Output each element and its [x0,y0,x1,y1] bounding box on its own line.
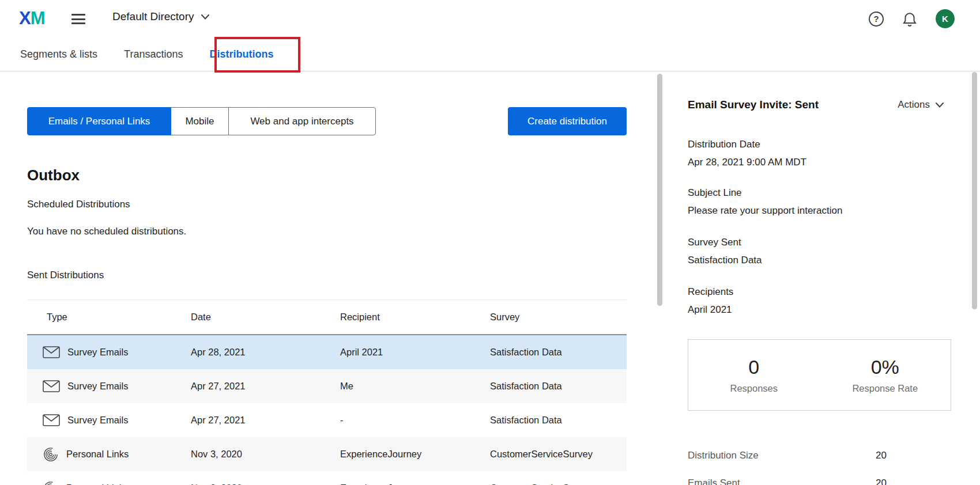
details-panel-scrollbar[interactable] [972,72,977,309]
column-header-date: Date [191,312,340,323]
sent-distributions-table: Type Date Recipient Survey Survey Emails… [27,300,627,485]
scheduled-empty-message: You have no scheduled distributions. [27,226,186,237]
row-date: Apr 28, 2021 [191,347,340,358]
fingerprint-icon [43,480,59,485]
table-row[interactable]: Personal Links Nov 3, 2020 ExperienceJou… [27,437,627,471]
row-type: Survey Emails [67,415,128,426]
fingerprint-icon [43,446,59,463]
table-row[interactable]: Survey Emails Apr 27, 2021 - Satisfactio… [27,403,627,437]
metric-label: Emails Sent [688,478,740,485]
sent-distributions-heading: Sent Distributions [27,270,104,281]
row-type: Personal Links [66,449,129,460]
envelope-icon [43,414,60,426]
field-label: Distribution Date [688,139,806,150]
hamburger-menu-icon[interactable] [71,14,86,24]
field-value: Please rate your support interaction [688,205,842,217]
row-recipient: ExperienceJourney [340,449,490,460]
responses-count: 0 [748,356,759,378]
response-rate-value: 0% [871,356,899,378]
create-distribution-button[interactable]: Create distribution [508,107,627,135]
subject-line-field: Subject Line Please rate your support in… [688,187,842,217]
user-avatar[interactable]: K [936,9,955,28]
emails-sent-row: Emails Sent 20 [688,478,887,485]
actions-dropdown[interactable]: Actions [898,99,944,111]
tab-segments-lists[interactable]: Segments & lists [20,48,97,60]
scheduled-distributions-heading: Scheduled Distributions [27,199,130,210]
row-date: Apr 27, 2021 [191,415,340,426]
field-value: Apr 28, 2021 9:00 AM MDT [688,157,806,168]
logo-x-letter: X [19,8,31,28]
response-stats-box: 0 Responses 0% Response Rate [688,339,951,411]
response-rate-label: Response Rate [852,383,918,394]
responses-stat: 0 Responses [688,340,820,410]
column-header-recipient: Recipient [340,312,490,323]
details-title: Email Survey Invite: Sent [688,98,819,111]
row-date: Nov 3, 2020 [191,483,340,485]
distribution-date-field: Distribution Date Apr 28, 2021 9:00 AM M… [688,139,806,168]
row-survey: Satisfaction Data [490,415,627,426]
tab-distributions[interactable]: Distributions [209,48,273,60]
metric-value: 20 [876,478,887,485]
row-recipient: Me [340,381,490,392]
row-recipient: ExperienceJourney [340,483,490,485]
app-window: XM Default Directory ? K Segments & list… [0,0,980,485]
chevron-down-icon [201,14,209,20]
row-type: Survey Emails [67,381,128,392]
table-row[interactable]: Survey Emails Apr 27, 2021 Me Satisfacti… [27,369,627,403]
xm-logo[interactable]: XM [19,8,45,29]
table-row[interactable]: Personal Links Nov 3, 2020 ExperienceJou… [27,471,627,485]
tab-transactions[interactable]: Transactions [124,48,183,60]
logo-m-letter: M [31,8,45,28]
responses-label: Responses [730,383,778,394]
field-label: Recipients [688,286,733,298]
row-survey: Satisfaction Data [490,381,627,392]
channel-web-app-intercepts-button[interactable]: Web and app intercepts [228,107,376,135]
field-label: Survey Sent [688,237,762,248]
outbox-title: Outbox [27,166,80,184]
directory-selector[interactable]: Default Directory [112,10,209,23]
directory-tabbar: Segments & lists Transactions Distributi… [0,37,980,71]
metric-label: Distribution Size [688,450,759,461]
left-panel-scrollbar[interactable] [657,74,662,306]
row-recipient: April 2021 [340,347,490,358]
channel-emails-personal-links-button[interactable]: Emails / Personal Links [27,107,171,135]
metric-value: 20 [876,450,887,461]
table-header-row: Type Date Recipient Survey [27,300,627,335]
row-survey: CustomerServiceSurvey [490,449,627,460]
row-date: Apr 27, 2021 [191,381,340,392]
envelope-icon [43,380,60,392]
field-value: Satisfaction Data [688,255,762,266]
envelope-icon [43,346,60,358]
help-icon[interactable]: ? [869,12,884,26]
channel-toggle-group: Emails / Personal Links Mobile Web and a… [27,107,376,135]
field-value: April 2021 [688,304,733,316]
row-survey: Satisfaction Data [490,347,627,358]
actions-label: Actions [898,99,930,111]
row-type: Survey Emails [67,347,128,358]
table-row[interactable]: Survey Emails Apr 28, 2021 April 2021 Sa… [27,335,627,369]
field-label: Subject Line [688,187,842,199]
recipients-field: Recipients April 2021 [688,286,733,316]
column-header-type: Type [27,312,191,323]
channel-mobile-button[interactable]: Mobile [171,107,229,135]
response-rate-stat: 0% Response Rate [820,340,951,410]
row-type: Personal Links [66,483,129,485]
chevron-down-icon [936,103,944,108]
row-recipient: - [340,415,490,426]
column-header-survey: Survey [490,312,627,323]
survey-sent-field: Survey Sent Satisfaction Data [688,237,762,266]
topbar-actions: ? K [869,9,955,28]
notifications-bell-icon[interactable] [903,12,917,26]
row-date: Nov 3, 2020 [191,449,340,460]
row-survey: CustomerServiceSurvey [490,483,627,485]
directory-name: Default Directory [112,10,194,23]
topbar: XM Default Directory ? K [0,0,980,37]
distribution-size-row: Distribution Size 20 [688,450,887,461]
